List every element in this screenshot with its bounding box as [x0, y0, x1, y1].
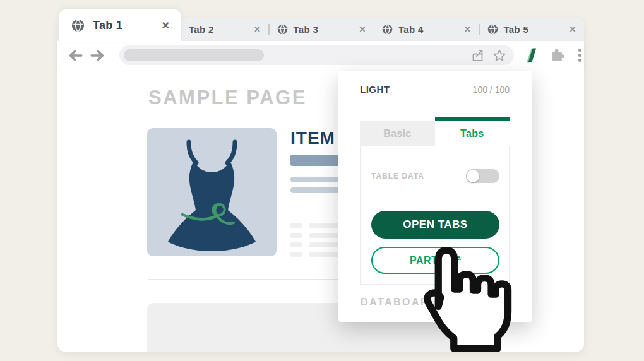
tab-label: Tab 1: [93, 19, 122, 32]
close-icon[interactable]: ✕: [459, 25, 471, 34]
close-icon[interactable]: ✕: [249, 25, 261, 34]
parts-button-label: PARTS: [410, 255, 445, 266]
globe-icon: [382, 24, 393, 35]
tab-2[interactable]: Tab 2 ✕: [181, 18, 268, 41]
address-bar[interactable]: [119, 45, 514, 65]
databoard-link[interactable]: DATABOARD: [361, 297, 438, 308]
puzzle-extensions-icon[interactable]: [550, 47, 566, 64]
tab-label: Tab 5: [504, 24, 529, 35]
beta-badge: beta: [446, 254, 461, 261]
tab-strip: Tab 2 ✕ Tab 3 ✕ Tab 4 ✕ Ta: [57, 18, 584, 41]
tab-label: Tab 2: [189, 24, 214, 35]
popup-tab-panel: TABLE DATA OPEN TABS PARTSbeta: [360, 146, 510, 285]
extension-popup: LIGHT 100 / 100 Basic Tabs TABLE DATA OP…: [338, 71, 532, 322]
url-placeholder-bar: [124, 49, 264, 61]
extension-logo-icon[interactable]: [523, 46, 539, 65]
bookmark-star-icon[interactable]: [492, 49, 506, 62]
item-heading: ITEM: [290, 128, 335, 148]
table-data-toggle[interactable]: [466, 169, 499, 183]
forward-icon[interactable]: [89, 49, 105, 62]
tab-1-active[interactable]: Tab 1 ✕: [59, 9, 181, 42]
popup-title: LIGHT: [360, 84, 390, 95]
close-icon[interactable]: ✕: [354, 25, 366, 34]
tab-basic[interactable]: Basic: [360, 121, 435, 146]
tab-3[interactable]: Tab 3 ✕: [270, 18, 374, 41]
toggle-knob: [467, 170, 479, 182]
tab-4[interactable]: Tab 4 ✕: [374, 18, 479, 41]
tab-label: Tab 3: [294, 24, 319, 35]
tab-tabs[interactable]: Tabs: [435, 117, 510, 146]
back-icon[interactable]: [68, 49, 84, 62]
product-image: [147, 128, 277, 256]
page-title: SAMPLE PAGE: [148, 86, 307, 109]
spec-row-label-bar: [290, 223, 302, 228]
close-icon[interactable]: ✕: [162, 20, 170, 32]
globe-icon: [487, 24, 498, 35]
share-icon[interactable]: [471, 49, 485, 62]
dress-illustration: [147, 128, 277, 256]
table-data-row: TABLE DATA: [371, 169, 499, 183]
globe-icon: [71, 19, 85, 32]
illustration-canvas: Tab 2 ✕ Tab 3 ✕ Tab 4 ✕ Ta: [0, 0, 644, 361]
inactive-tab-group: Tab 2 ✕ Tab 3 ✕ Tab 4 ✕ Ta: [181, 18, 584, 41]
spec-row-label-bar: [290, 252, 302, 257]
spec-row-label-bar: [290, 233, 302, 238]
open-tabs-button[interactable]: OPEN TABS: [371, 211, 499, 239]
popup-divider: [360, 107, 510, 107]
close-icon[interactable]: ✕: [564, 25, 576, 34]
usage-counter: 100 / 100: [473, 85, 510, 95]
table-data-label: TABLE DATA: [371, 172, 424, 180]
parts-button[interactable]: PARTSbeta: [371, 247, 499, 274]
globe-icon: [277, 24, 288, 35]
browser-menu-icon[interactable]: [578, 49, 581, 62]
tab-label: Tab 4: [398, 24, 424, 35]
popup-tab-bar: Basic Tabs: [360, 117, 510, 146]
popup-header: LIGHT 100 / 100: [360, 84, 510, 95]
spec-row-label-bar: [290, 242, 302, 247]
tab-5[interactable]: Tab 5 ✕: [480, 18, 584, 41]
browser-toolbar: [57, 41, 584, 69]
